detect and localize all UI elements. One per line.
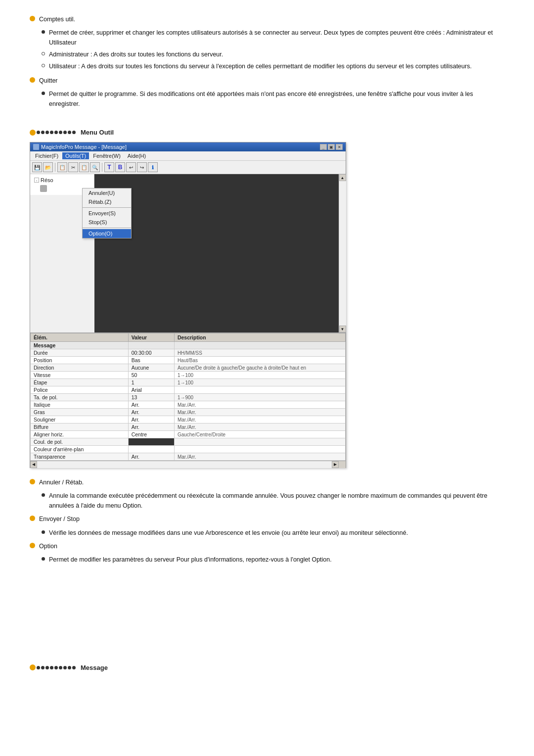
prop-valeur: [128, 438, 174, 446]
black-bullet-icon: [42, 30, 45, 34]
prop-valeur: 00:30:00: [128, 349, 174, 357]
dropdown-annuler[interactable]: Annuler(U): [83, 189, 131, 197]
toolbar-btn-2[interactable]: 📂: [43, 162, 53, 172]
toolbar-btn-8[interactable]: B: [115, 162, 125, 172]
menu-fenetre[interactable]: Fenêtre(W): [90, 152, 124, 159]
prop-elem: Ta. de pol.: [31, 394, 129, 401]
toolbar-btn-10[interactable]: ↪: [137, 162, 147, 172]
prop-elem: Transparence: [31, 453, 129, 461]
prop-elem: Police: [31, 386, 129, 394]
empty-circle-icon-2: [42, 64, 45, 67]
menu-outils[interactable]: Outils(T): [62, 152, 89, 159]
window-controls[interactable]: _ ▣ ✕: [320, 144, 343, 150]
table-row: TransparenceArr.Mar./Arr.: [31, 453, 346, 461]
envoyer-desc: Vérifie les données de message modifiées…: [49, 528, 408, 538]
h-scroll-track: [37, 461, 332, 468]
prop-valeur: Aucune: [128, 364, 174, 372]
heading-dot-m2: [41, 666, 44, 669]
table-row: Aligner horiz.CentreGauche/Centre/Droite: [31, 431, 346, 438]
dropdown-option[interactable]: Option(O): [83, 229, 131, 238]
window-titlebar: MagicInfoPro Message - [Message] _ ▣ ✕: [30, 142, 346, 151]
heading-dot-m9: [72, 666, 76, 669]
heading-dots-2: [30, 664, 77, 670]
window-app-icon: [33, 144, 39, 150]
middle-section: Annuler / Rétab. Annule la commande exéc…: [30, 478, 504, 565]
restore-button[interactable]: ▣: [328, 144, 335, 150]
option-desc: Permet de modifier les paramètres du ser…: [49, 555, 332, 565]
prop-valeur: 50: [128, 372, 174, 379]
window-container: MagicInfoPro Message - [Message] _ ▣ ✕ F…: [30, 142, 346, 468]
scrollbar-track: [339, 181, 346, 326]
prop-elem: Biffure: [31, 424, 129, 431]
black-bullet-icon-2: [42, 92, 45, 95]
comptes-user-text: Utilisateur : A des droits sur toutes le…: [49, 62, 472, 71]
comptes-util-text: Comptes util.: [39, 15, 75, 24]
prop-elem: Message: [31, 342, 129, 349]
quitter-label: Quitter: [39, 76, 58, 86]
table-row: Durée00:30:00HH/MM/SS: [31, 349, 346, 357]
prop-elem: Direction: [31, 364, 129, 372]
comptes-admin-text: Administrateur : A des droits sur toutes…: [49, 50, 223, 59]
window-title: MagicInfoPro Message - [Message]: [41, 144, 127, 150]
scrollbar-up[interactable]: ▲: [339, 174, 346, 181]
prop-description: Mar./Arr.: [174, 401, 345, 409]
prop-elem: Souligner: [31, 416, 129, 424]
toolbar-btn-7[interactable]: T: [104, 162, 114, 172]
prop-valeur: 1: [128, 379, 174, 386]
toolbar-btn-info[interactable]: ℹ: [148, 162, 158, 172]
h-scroll-right[interactable]: ▶: [332, 461, 339, 468]
table-row: Ta. de pol.131→900: [31, 394, 346, 401]
heading-dots-1: [30, 130, 77, 136]
heading-dot-2: [41, 131, 44, 134]
heading-orange-dot-2: [30, 664, 36, 670]
dropdown-menu[interactable]: Annuler(U) Rétab.(Z) Envoyer(S) Stop(S) …: [82, 188, 132, 238]
prop-description: HH/MM/SS: [174, 349, 345, 357]
heading-dot-7: [63, 131, 67, 134]
prop-valeur: 13: [128, 394, 174, 401]
heading-dot-m4: [50, 666, 53, 669]
prop-valeur: Centre: [128, 431, 174, 438]
toolbar-sep-1: [55, 163, 55, 172]
toolbar-btn-3[interactable]: 📋: [57, 162, 67, 172]
toolbar-btn-9[interactable]: ↩: [126, 162, 136, 172]
annuler-item: Annuler / Rétab.: [30, 478, 504, 487]
heading-orange-dot: [30, 130, 36, 136]
toolbar-btn-4[interactable]: ✂: [68, 162, 78, 172]
prop-valeur: Arr.: [128, 401, 174, 409]
toolbar-btn-1[interactable]: 💾: [32, 162, 42, 172]
h-scroll-left[interactable]: ◀: [30, 461, 37, 468]
tree-item-root[interactable]: - Réso: [30, 176, 94, 184]
toolbar-btn-5[interactable]: 📋: [79, 162, 89, 172]
orange-circle-envoyer: [30, 516, 35, 521]
prop-description: [174, 342, 345, 349]
prop-elem: Durée: [31, 349, 129, 357]
prop-valeur: Bas: [128, 357, 174, 364]
heading-dot-m1: [37, 666, 40, 669]
horizontal-scrollbar[interactable]: ◀ ▶: [30, 461, 346, 468]
page-content: Comptes util. Permet de créer, supprimer…: [0, 0, 534, 692]
menu-aide[interactable]: Aide(H): [125, 152, 149, 159]
prop-elem: Couleur d'arrière-plan: [31, 446, 129, 453]
heading-dot-m7: [63, 666, 67, 669]
close-button[interactable]: ✕: [336, 144, 343, 150]
table-row: BiffureArr.Mar./Arr.: [31, 424, 346, 431]
comptes-util-label: Comptes util.: [39, 16, 75, 23]
tree-expand-root[interactable]: -: [34, 178, 39, 183]
annuler-desc-item: Annule la commande exécutée précédemment…: [42, 491, 504, 511]
dropdown-retab[interactable]: Rétab.(Z): [83, 197, 131, 206]
dropdown-envoyer[interactable]: Envoyer(S): [83, 209, 131, 218]
prop-description: 1→100: [174, 379, 345, 386]
black-bullet-annuler: [42, 493, 45, 497]
toolbar-btn-6[interactable]: 🔍: [90, 162, 100, 172]
window-scrollbar[interactable]: ▲ ▼: [339, 174, 346, 332]
table-row: Couleur d'arrière-plan: [31, 446, 346, 453]
dropdown-separator-2: [83, 228, 131, 228]
heading-dot-8: [68, 131, 71, 134]
menu-fichier[interactable]: Fichier(F): [32, 152, 61, 159]
dropdown-stop[interactable]: Stop(S): [83, 218, 131, 227]
heading-dot-m3: [45, 666, 49, 669]
menu-outil-heading: Menu Outil: [30, 129, 504, 136]
minimize-button[interactable]: _: [320, 144, 327, 150]
annuler-label: Annuler / Rétab.: [39, 478, 84, 487]
scrollbar-down[interactable]: ▼: [339, 326, 346, 332]
